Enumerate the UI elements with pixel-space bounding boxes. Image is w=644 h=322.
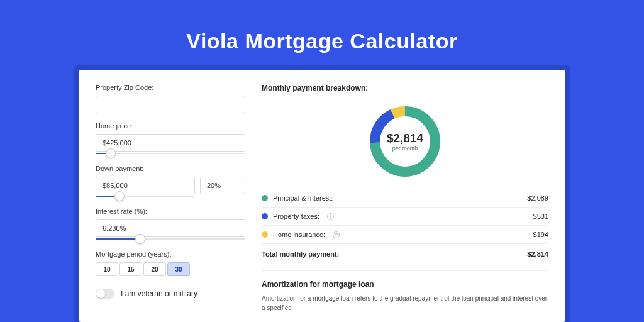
interest-slider[interactable]	[96, 236, 245, 242]
down-payment-pct-input[interactable]	[200, 177, 245, 194]
home-price-input[interactable]	[96, 134, 245, 152]
zip-input[interactable]	[96, 96, 245, 113]
down-payment-slider[interactable]	[96, 194, 195, 199]
home-price-slider[interactable]	[96, 151, 245, 156]
veteran-label: I am veteran or military	[121, 289, 197, 298]
period-tab-30[interactable]: 30	[167, 262, 190, 276]
zip-group: Property Zip Code:	[96, 84, 245, 113]
down-payment-label: Down payment:	[96, 165, 245, 172]
legend-label: Principal & Interest:	[273, 194, 333, 202]
legend-value: $2,089	[527, 194, 548, 202]
zip-label: Property Zip Code:	[96, 84, 245, 91]
period-tabs: 10152030	[96, 262, 245, 276]
down-payment-input[interactable]	[96, 177, 195, 194]
legend-swatch	[262, 195, 268, 201]
legend-value: $194	[533, 231, 548, 238]
amortization-text: Amortization for a mortgage loan refers …	[262, 294, 548, 313]
calculator-stage: Property Zip Code: Home price:	[74, 65, 570, 322]
slider-thumb[interactable]	[106, 148, 116, 158]
down-payment-group: Down payment:	[96, 165, 245, 199]
info-icon[interactable]: ?	[327, 213, 334, 220]
legend-value: $531	[533, 213, 548, 220]
total-value: $2,814	[527, 250, 548, 258]
results-panel: Monthly payment breakdown: $2,814 per mo…	[262, 84, 548, 322]
legend-total-row: Total monthly payment:$2,814	[262, 244, 548, 263]
period-tab-10[interactable]: 10	[96, 262, 118, 276]
slider-thumb[interactable]	[135, 234, 145, 244]
legend-row: Property taxes:?$531	[262, 208, 548, 226]
interest-label: Interest rate (%):	[96, 208, 245, 215]
legend-row: Principal & Interest:$2,089	[262, 189, 548, 208]
toggle-knob	[96, 289, 105, 298]
page-title: Viola Mortgage Calculator	[186, 29, 457, 53]
legend-row: Home insurance:?$194	[262, 226, 548, 244]
period-label: Mortgage period (years):	[96, 250, 245, 258]
legend-label: Home insurance:	[273, 231, 325, 238]
slider-fill	[96, 238, 140, 240]
legend-swatch	[262, 231, 268, 238]
legend: Principal & Interest:$2,089Property taxe…	[262, 189, 548, 263]
total-label: Total monthly payment:	[262, 250, 339, 258]
calculator-card: Property Zip Code: Home price:	[79, 70, 565, 322]
amortization-section: Amortization for mortgage loan Amortizat…	[262, 270, 548, 313]
veteran-row: I am veteran or military	[96, 289, 245, 299]
amortization-title: Amortization for mortgage loan	[262, 280, 548, 289]
breakdown-title: Monthly payment breakdown:	[262, 84, 548, 92]
home-price-label: Home price:	[96, 122, 245, 130]
info-icon[interactable]: ?	[333, 231, 340, 238]
slider-track	[96, 153, 245, 154]
legend-label: Property taxes:	[273, 213, 319, 220]
chart-center-sub: per month	[392, 145, 418, 152]
interest-group: Interest rate (%):	[96, 208, 245, 242]
veteran-toggle[interactable]	[96, 289, 114, 299]
form-panel: Property Zip Code: Home price:	[96, 84, 245, 322]
chart-center-amount: $2,814	[387, 131, 423, 145]
slider-thumb[interactable]	[114, 191, 125, 201]
legend-swatch	[262, 213, 268, 219]
period-tab-15[interactable]: 15	[119, 262, 142, 276]
donut-chart: $2,814 per month	[262, 97, 548, 186]
home-price-group: Home price:	[96, 122, 245, 156]
period-tab-20[interactable]: 20	[143, 262, 166, 276]
interest-input[interactable]	[96, 219, 245, 237]
period-group: Mortgage period (years): 10152030	[96, 250, 245, 276]
